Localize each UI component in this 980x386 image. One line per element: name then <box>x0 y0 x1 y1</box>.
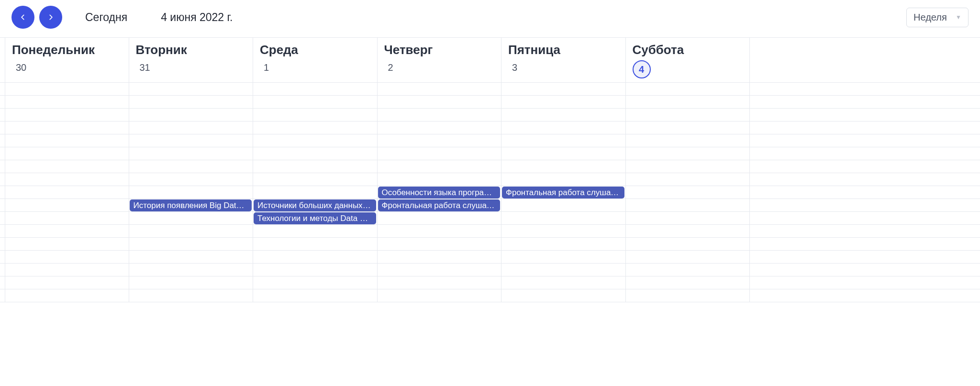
hour-cell[interactable] <box>626 276 750 289</box>
hour-cell[interactable] <box>5 160 129 173</box>
hour-cell[interactable] <box>378 212 502 224</box>
hour-cell[interactable] <box>129 134 254 147</box>
day-header[interactable]: Суббота4 <box>626 38 750 82</box>
today-button[interactable]: Сегодня <box>85 11 127 24</box>
calendar-event[interactable]: Фронтальная работа слушателей в р... <box>378 199 501 211</box>
hour-cell[interactable] <box>501 264 626 276</box>
hour-cell[interactable] <box>501 96 626 108</box>
hour-cell[interactable] <box>253 109 378 121</box>
hour-cell[interactable] <box>253 289 378 302</box>
hour-cell[interactable] <box>378 134 502 147</box>
hour-cell[interactable] <box>626 96 750 108</box>
hour-cell[interactable] <box>129 289 254 302</box>
hour-cell[interactable] <box>378 238 502 250</box>
hour-cell[interactable] <box>129 186 254 199</box>
hour-cell[interactable] <box>626 238 750 250</box>
hour-cell[interactable] <box>129 173 254 186</box>
hour-cell[interactable] <box>5 199 129 211</box>
hour-cell[interactable] <box>626 225 750 237</box>
hour-cell[interactable] <box>626 121 750 134</box>
hour-cell[interactable] <box>501 83 626 95</box>
hour-cell[interactable] <box>253 251 378 263</box>
day-header[interactable]: Пятница3 <box>501 38 626 82</box>
next-button[interactable] <box>39 6 62 29</box>
hour-cell[interactable] <box>253 121 378 134</box>
hour-cell[interactable] <box>129 109 254 121</box>
hour-cell[interactable] <box>626 186 750 199</box>
hour-cell[interactable] <box>501 109 626 121</box>
calendar-event[interactable]: Особенности языка программирова... <box>378 187 501 199</box>
hour-cell[interactable] <box>129 251 254 263</box>
hour-cell[interactable] <box>378 264 502 276</box>
hour-cell[interactable] <box>253 264 378 276</box>
hour-cell[interactable] <box>626 251 750 263</box>
hour-cell[interactable] <box>5 134 129 147</box>
hour-cell[interactable] <box>501 121 626 134</box>
hour-cell[interactable] <box>378 225 502 237</box>
calendar-event[interactable]: Фронтальная работа слушателей в р... <box>502 187 624 199</box>
day-header[interactable]: Четверг2 <box>378 38 502 82</box>
hour-cell[interactable] <box>253 147 378 160</box>
hour-cell[interactable] <box>5 121 129 134</box>
hour-cell[interactable] <box>626 109 750 121</box>
hour-cell[interactable] <box>5 264 129 276</box>
hour-cell[interactable] <box>253 238 378 250</box>
hour-cell[interactable] <box>129 121 254 134</box>
hour-cell[interactable] <box>253 83 378 95</box>
calendar-event[interactable]: Источники больших данных. Типы. С... <box>254 199 376 211</box>
hour-cell[interactable] <box>5 186 129 199</box>
hour-cell[interactable] <box>129 96 254 108</box>
hour-cell[interactable] <box>501 276 626 289</box>
hour-cell[interactable] <box>626 83 750 95</box>
prev-button[interactable] <box>11 6 34 29</box>
hour-cell[interactable] <box>5 83 129 95</box>
hour-cell[interactable] <box>378 251 502 263</box>
hour-cell[interactable] <box>501 251 626 263</box>
hour-cell[interactable] <box>5 212 129 224</box>
hour-cell[interactable] <box>501 212 626 224</box>
hour-cell[interactable] <box>5 109 129 121</box>
hour-cell[interactable] <box>501 160 626 173</box>
hour-cell[interactable] <box>501 289 626 302</box>
hour-cell[interactable] <box>129 147 254 160</box>
calendar-event[interactable]: История появления Big Data. Задачи... <box>130 199 252 211</box>
hour-cell[interactable] <box>626 289 750 302</box>
hour-cell[interactable] <box>253 276 378 289</box>
hour-cell[interactable] <box>253 96 378 108</box>
hour-cell[interactable] <box>626 264 750 276</box>
hour-cell[interactable] <box>5 251 129 263</box>
view-select[interactable]: Неделя ▼ <box>906 8 969 27</box>
hour-cell[interactable] <box>253 173 378 186</box>
hour-cell[interactable] <box>129 212 254 224</box>
hour-cell[interactable] <box>378 96 502 108</box>
hour-cell[interactable] <box>129 276 254 289</box>
hour-cell[interactable] <box>626 160 750 173</box>
hour-cell[interactable] <box>5 276 129 289</box>
hour-cell[interactable] <box>626 147 750 160</box>
hour-cell[interactable] <box>626 199 750 211</box>
hour-cell[interactable] <box>5 225 129 237</box>
hour-cell[interactable] <box>253 134 378 147</box>
hour-cell[interactable] <box>5 96 129 108</box>
hour-cell[interactable] <box>501 238 626 250</box>
hour-cell[interactable] <box>129 264 254 276</box>
hour-cell[interactable] <box>378 121 502 134</box>
hour-cell[interactable] <box>378 147 502 160</box>
hour-cell[interactable] <box>501 173 626 186</box>
hour-cell[interactable] <box>378 83 502 95</box>
hour-cell[interactable] <box>5 147 129 160</box>
hour-cell[interactable] <box>129 225 254 237</box>
hour-cell[interactable] <box>253 186 378 199</box>
day-header[interactable]: Вторник31 <box>129 38 254 82</box>
calendar-event[interactable]: Технологии и методы Data Mining. Э... <box>254 212 376 224</box>
hour-cell[interactable] <box>378 173 502 186</box>
hour-cell[interactable] <box>626 173 750 186</box>
day-header[interactable]: Понедельник30 <box>5 38 129 82</box>
hour-cell[interactable] <box>501 134 626 147</box>
hour-cell[interactable] <box>378 289 502 302</box>
hour-cell[interactable] <box>501 225 626 237</box>
hour-cell[interactable] <box>626 212 750 224</box>
hour-cell[interactable] <box>5 173 129 186</box>
hour-cell[interactable] <box>5 238 129 250</box>
hour-cell[interactable] <box>501 199 626 211</box>
